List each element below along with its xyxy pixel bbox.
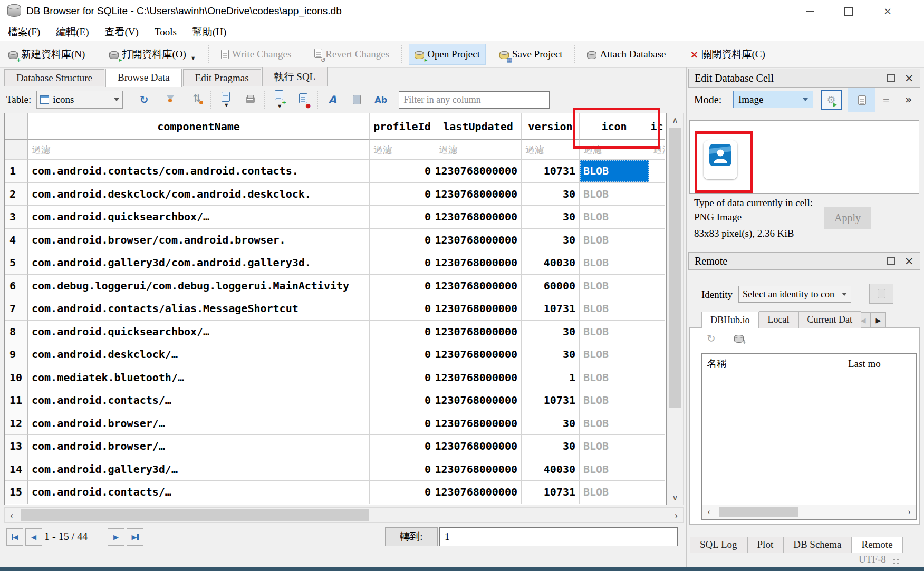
column-header-ic[interactable]: ic (649, 113, 665, 140)
filter-cell-version[interactable]: 過濾 (522, 140, 580, 160)
save-table-button[interactable]: ▼ (216, 91, 235, 109)
cell-profileid[interactable]: 0 (370, 412, 435, 435)
previous-page-button[interactable]: ◀ (25, 528, 42, 546)
cell-version[interactable]: 30 (522, 321, 580, 344)
freeze-columns-button[interactable]: ⇅ (187, 91, 206, 109)
menu-item-e[interactable]: 編輯(E) (48, 23, 97, 41)
cell-profileid[interactable]: 0 (370, 458, 435, 481)
toolbar-overflow-icon[interactable]: » (905, 93, 912, 106)
cell-partial[interactable] (649, 481, 665, 504)
cell-icon[interactable]: BLOB (580, 206, 649, 229)
cell-lastupdated[interactable]: 1230768000000 (435, 229, 522, 252)
clone-database-button[interactable]: + (734, 333, 744, 343)
name-column-header[interactable]: 名稱 (702, 354, 843, 374)
cell-version[interactable]: 30 (522, 435, 580, 458)
cell-componentname[interactable]: com.android.contacts/… (28, 481, 370, 504)
cell-partial[interactable] (649, 412, 665, 435)
cell-profileid[interactable]: 0 (370, 206, 435, 229)
cell-componentname[interactable]: com.android.gallery3d/… (28, 458, 370, 481)
apply-button[interactable]: Apply (824, 207, 871, 229)
word-wrap-button[interactable]: ≡ (883, 93, 889, 107)
cell-icon[interactable]: BLOB (580, 481, 649, 504)
close-database-button[interactable]: × 關閉資料庫(C) (685, 43, 770, 65)
cell-lastupdated[interactable]: 1230768000000 (435, 435, 522, 458)
cell-version[interactable]: 10731 (522, 481, 580, 504)
close-dock-icon[interactable]: × (904, 73, 914, 83)
cell-partial[interactable] (649, 206, 665, 229)
cell-partial[interactable] (649, 160, 665, 183)
refresh-button[interactable]: ↻ (134, 91, 153, 109)
filter-any-column-input[interactable] (399, 91, 550, 109)
cell-componentname[interactable]: com.android.browser/… (28, 412, 370, 435)
scroll-left-icon[interactable]: ‹ (5, 508, 18, 522)
tab-sql[interactable]: 執行 SQL (262, 67, 328, 86)
open-project-button[interactable]: ▸ Open Project (409, 44, 486, 65)
minimize-button[interactable] (792, 0, 827, 23)
edit-format-b-button[interactable]: Ab (371, 91, 390, 109)
cell-profileid[interactable]: 0 (370, 343, 435, 366)
remote-refresh-button[interactable]: ↻ (707, 332, 716, 345)
cell-componentname[interactable]: com.mediatek.bluetooth/… (28, 366, 370, 390)
cell-icon[interactable]: BLOB (580, 275, 649, 298)
scroll-right-icon[interactable]: › (903, 507, 916, 517)
insert-record-button[interactable]: +▼ (270, 91, 288, 109)
filter-cell-lastupdated[interactable]: 過濾 (435, 140, 522, 160)
cell-profileid[interactable]: 0 (370, 389, 435, 412)
cell-partial[interactable] (649, 458, 665, 481)
cell-componentname[interactable]: com.android.quicksearchbox/… (28, 206, 370, 229)
vertical-scrollbar-thumb[interactable] (669, 128, 681, 408)
column-header-lastupdated[interactable]: lastUpdated (435, 113, 522, 140)
filter-cell-componentname[interactable]: 過濾 (28, 140, 370, 160)
cell-icon[interactable]: BLOB (580, 160, 649, 183)
filter-cell-profileid[interactable]: 過濾 (370, 140, 435, 160)
cell-icon[interactable]: BLOB (580, 435, 649, 458)
next-page-button[interactable]: ▶ (108, 528, 124, 546)
cell-icon[interactable]: BLOB (580, 251, 649, 275)
cell-lastupdated[interactable]: 1230768000000 (435, 481, 522, 504)
first-page-button[interactable]: ◀ (6, 528, 23, 546)
goto-button[interactable]: 轉到: (385, 527, 438, 546)
cell-partial[interactable] (649, 229, 665, 252)
cell-componentname[interactable]: com.android.quicksearchbox/… (28, 321, 370, 344)
dock-tab-remote[interactable]: Remote (851, 537, 902, 553)
cell-profileid[interactable]: 0 (370, 435, 435, 458)
resize-grip[interactable] (892, 558, 900, 565)
float-dock-icon[interactable] (887, 74, 895, 82)
cell-componentname[interactable]: com.android.contacts/alias.MessageShortc… (28, 297, 370, 321)
cell-lastupdated[interactable]: 1230768000000 (435, 183, 522, 206)
cell-icon[interactable]: BLOB (580, 458, 649, 481)
panel-splitter[interactable] (686, 67, 687, 567)
cell-lastupdated[interactable]: 1230768000000 (435, 251, 522, 275)
dictionary-button[interactable] (347, 91, 366, 109)
dock-tab-plot[interactable]: Plot (747, 537, 784, 553)
scroll-down-icon[interactable]: ∨ (667, 491, 683, 505)
cell-icon[interactable]: BLOB (580, 343, 649, 366)
cell-componentname[interactable]: com.android.deskclock/… (28, 343, 370, 366)
clear-filters-button[interactable] (161, 91, 180, 109)
save-project-button[interactable]: ▦ Save Project (494, 44, 568, 64)
close-window-button[interactable]: × (870, 0, 905, 23)
last-page-button[interactable]: ▶ (127, 528, 143, 546)
cell-partial[interactable] (649, 321, 665, 344)
cell-version[interactable]: 10731 (522, 389, 580, 412)
filter-cell-icon[interactable]: 過濾 (580, 140, 649, 160)
cell-profileid[interactable]: 0 (370, 297, 435, 321)
filter-cell-ic[interactable]: 過濾 (649, 140, 665, 160)
cell-lastupdated[interactable]: 1230768000000 (435, 343, 522, 366)
cell-version[interactable]: 30 (522, 229, 580, 252)
cell-lastupdated[interactable]: 1230768000000 (435, 458, 522, 481)
column-header-icon[interactable]: icon (580, 113, 649, 140)
cell-profileid[interactable]: 0 (370, 160, 435, 183)
cell-icon[interactable]: BLOB (580, 297, 649, 321)
cell-lastupdated[interactable]: 1230768000000 (435, 275, 522, 298)
cell-version[interactable]: 40030 (522, 251, 580, 275)
cell-lastupdated[interactable]: 1230768000000 (435, 366, 522, 390)
cell-icon[interactable]: BLOB (580, 412, 649, 435)
menu-item-tools[interactable]: Tools (147, 24, 185, 40)
column-header-version[interactable]: version (522, 113, 580, 140)
mode-select[interactable]: Image (733, 91, 813, 108)
cell-profileid[interactable]: 0 (370, 321, 435, 344)
cell-version[interactable]: 10731 (522, 160, 580, 183)
cell-icon[interactable]: BLOB (580, 389, 649, 412)
cell-version[interactable]: 30 (522, 183, 580, 206)
